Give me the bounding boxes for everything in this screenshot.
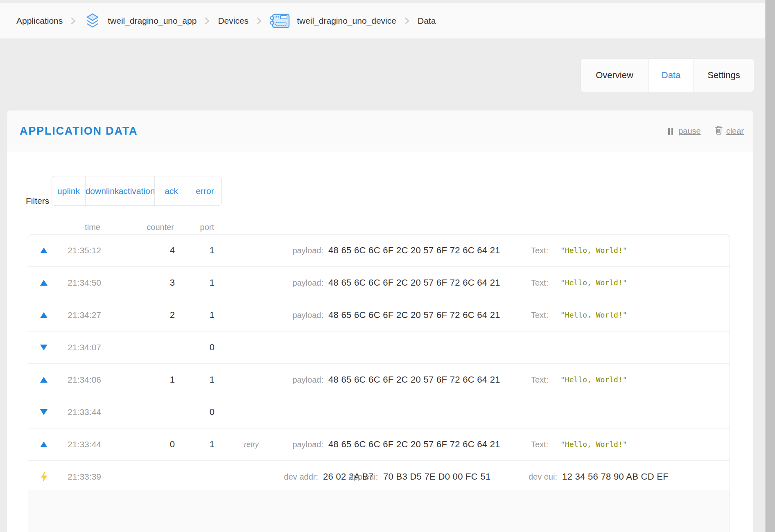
table-row[interactable]: 21:34:2721payload:48 65 6C 6C 6F 2C 20 5…: [28, 299, 730, 331]
row-time: 21:34:27: [52, 299, 101, 331]
activation-field-value: 12 34 56 78 90 AB CD EF: [562, 461, 669, 493]
filter-activation[interactable]: activation: [119, 176, 154, 205]
row-counter: 0: [135, 428, 175, 460]
clear-button[interactable]: clear: [715, 126, 744, 137]
device-tab-bar: Overview Data Settings: [581, 59, 754, 92]
chevron-right-icon: [256, 16, 262, 25]
row-port: 1: [184, 267, 215, 299]
clear-label: clear: [726, 126, 744, 136]
table-empty-area: [28, 490, 730, 532]
table-row[interactable]: 21:33:39dev addr:26 02 2A B7app eui:70 B…: [28, 461, 730, 493]
activation-field-value: 70 B3 D5 7E D0 00 FC 51: [383, 461, 491, 493]
payload-label: payload:: [274, 267, 323, 299]
pause-label: pause: [678, 126, 701, 136]
table-row[interactable]: 21:33:440: [28, 396, 730, 428]
application-icon: [84, 12, 101, 29]
table-body: 21:35:1241payload:48 65 6C 6C 6F 2C 20 5…: [28, 234, 730, 493]
text-label: Text:: [531, 364, 548, 396]
table-row[interactable]: 21:34:0611payload:48 65 6C 6C 6F 2C 20 5…: [28, 364, 730, 396]
uplink-icon: [38, 299, 49, 331]
row-port: 1: [184, 299, 215, 331]
row-counter: 3: [135, 267, 175, 299]
column-header-time: time: [51, 223, 100, 232]
vertical-scrollbar[interactable]: [765, 0, 775, 532]
text-label: Text:: [531, 234, 548, 266]
activation-field-label: dev addr:: [274, 461, 318, 493]
payload-hex: 48 65 6C 6C 6F 2C 20 57 6F 72 6C 64 21: [328, 234, 500, 266]
data-table: 21:35:1241payload:48 65 6C 6C 6F 2C 20 5…: [28, 234, 730, 532]
row-time: 21:33:44: [52, 396, 101, 428]
breadcrumb-devices[interactable]: Devices: [218, 16, 249, 26]
row-counter: 1: [135, 364, 175, 396]
activation-field-label: app eui:: [337, 461, 378, 493]
row-time: 21:34:07: [52, 331, 101, 363]
payload-text: "Hello, World!": [560, 234, 627, 266]
payload-text: "Hello, World!": [560, 267, 627, 299]
uplink-icon: [38, 267, 49, 299]
breadcrumb: Applications tweil_dragino_uno_app Devic…: [0, 3, 775, 39]
trash-icon: [715, 126, 723, 137]
table-row[interactable]: 21:33:4401retrypayload:48 65 6C 6C 6F 2C…: [28, 428, 730, 461]
tab-settings[interactable]: Settings: [694, 59, 754, 92]
text-label: Text:: [531, 299, 548, 331]
payload-hex: 48 65 6C 6C 6F 2C 20 57 6F 72 6C 64 21: [328, 299, 500, 331]
breadcrumb-applications[interactable]: Applications: [16, 16, 63, 26]
downlink-icon: [38, 396, 49, 428]
uplink-icon: [38, 234, 49, 266]
breadcrumb-current-data: Data: [418, 16, 436, 26]
device-icon: [270, 13, 290, 29]
chevron-right-icon: [204, 16, 210, 25]
table-row[interactable]: 21:34:070: [28, 331, 730, 364]
uplink-icon: [38, 364, 49, 396]
row-port: 1: [184, 234, 215, 266]
row-counter: 2: [135, 299, 175, 331]
tab-overview[interactable]: Overview: [581, 59, 648, 92]
payload-text: "Hello, World!": [560, 364, 627, 396]
activation-field-label: dev eui:: [516, 461, 557, 493]
table-row[interactable]: 21:35:1241payload:48 65 6C 6C 6F 2C 20 5…: [28, 234, 730, 267]
payload-text: "Hello, World!": [560, 299, 627, 331]
column-header-port: port: [165, 223, 214, 232]
row-time: 21:33:44: [52, 428, 101, 460]
row-port: 0: [184, 396, 215, 428]
payload-text: "Hello, World!": [560, 428, 627, 460]
filter-ack[interactable]: ack: [154, 176, 188, 205]
payload-label: payload:: [274, 299, 323, 331]
table-row[interactable]: 21:34:5031payload:48 65 6C 6C 6F 2C 20 5…: [28, 267, 730, 299]
row-time: 21:35:12: [52, 234, 101, 266]
activation-icon: [38, 461, 49, 493]
chevron-right-icon: [70, 16, 76, 25]
breadcrumb-app-name[interactable]: tweil_dragino_uno_app: [108, 16, 197, 26]
breadcrumb-device-name[interactable]: tweil_dragino_uno_device: [297, 16, 396, 26]
payload-hex: 48 65 6C 6C 6F 2C 20 57 6F 72 6C 64 21: [328, 428, 500, 460]
row-retry-flag: retry: [224, 428, 259, 460]
row-port: 0: [184, 331, 215, 363]
payload-label: payload:: [274, 234, 323, 266]
row-time: 21:34:06: [52, 364, 101, 396]
payload-hex: 48 65 6C 6C 6F 2C 20 57 6F 72 6C 64 21: [328, 267, 500, 299]
filter-uplink[interactable]: uplink: [52, 176, 85, 205]
application-data-panel: APPLICATION DATA pause clear Filters upl…: [7, 110, 753, 532]
chevron-right-icon: [404, 16, 410, 25]
tab-data[interactable]: Data: [648, 59, 694, 92]
filter-button-group: uplink downlink activation ack error: [52, 176, 222, 206]
filter-downlink[interactable]: downlink: [85, 176, 119, 205]
panel-title: APPLICATION DATA: [20, 125, 138, 138]
filters-label: Filters: [26, 196, 49, 206]
pause-button[interactable]: pause: [668, 126, 701, 136]
row-time: 21:34:50: [52, 267, 101, 299]
uplink-icon: [38, 428, 49, 460]
payload-hex: 48 65 6C 6C 6F 2C 20 57 6F 72 6C 64 21: [328, 364, 500, 396]
filter-error[interactable]: error: [188, 176, 221, 205]
text-label: Text:: [531, 267, 548, 299]
downlink-icon: [38, 331, 49, 363]
panel-header: APPLICATION DATA pause clear: [7, 110, 753, 152]
row-port: 1: [184, 428, 215, 460]
payload-label: payload:: [274, 428, 323, 460]
payload-label: payload:: [274, 364, 323, 396]
pause-icon: [668, 128, 675, 135]
row-port: 1: [184, 364, 215, 396]
row-counter: 4: [135, 234, 175, 266]
row-time: 21:33:39: [52, 461, 101, 493]
text-label: Text:: [531, 428, 548, 460]
